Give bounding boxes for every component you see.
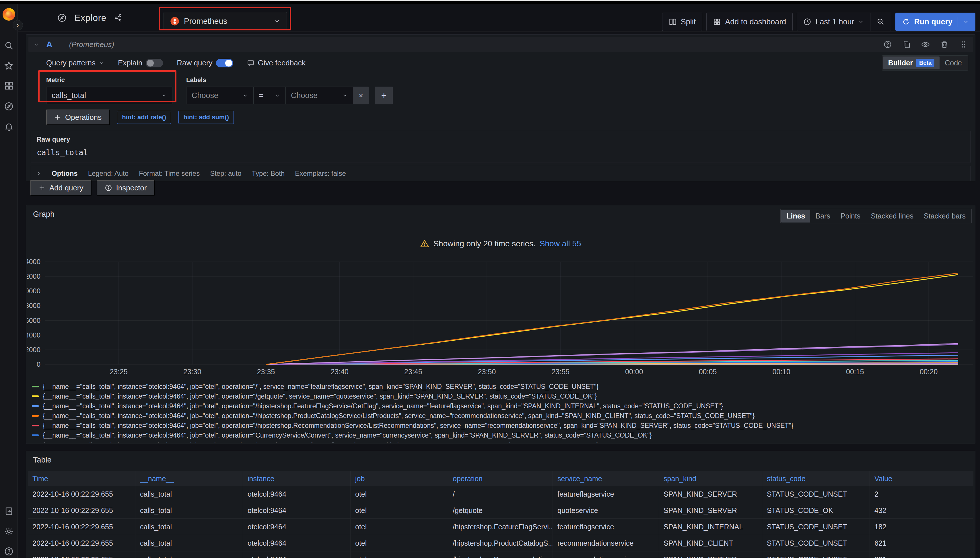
split-button[interactable]: Split	[662, 13, 702, 31]
column-header-span-kind[interactable]: span_kind	[659, 471, 762, 486]
code-mode-button[interactable]: Code	[939, 56, 967, 69]
explain-toggle[interactable]	[146, 59, 163, 67]
table-cell: calls_total	[135, 551, 243, 558]
metric-select[interactable]: calls_total	[46, 87, 173, 104]
table-cell: otel	[350, 519, 448, 535]
help-circle-icon[interactable]	[883, 40, 892, 49]
warning-triangle-icon	[420, 239, 429, 248]
table-cell: quoteservice	[553, 502, 659, 519]
remove-query-trash-icon[interactable]	[940, 40, 949, 49]
options-summary-row[interactable]: Options Legend: Auto Format: Time series…	[31, 166, 970, 181]
legend-series-color	[32, 425, 39, 427]
top-toolbar: Explore Prometheus Split Add to dashboar…	[0, 4, 980, 31]
label-operator-select[interactable]: =	[253, 87, 286, 104]
column-header-service-name[interactable]: service_name	[553, 471, 659, 486]
builder-mode-button[interactable]: Builder Beta	[883, 56, 939, 69]
legend-item[interactable]: {__name__="calls_total", instance="otelc…	[32, 430, 972, 440]
search-icon[interactable]	[4, 41, 14, 51]
explore-icon[interactable]	[4, 102, 14, 111]
raw-query-expression: calls_total	[37, 148, 965, 157]
run-query-button[interactable]: Run query	[895, 13, 975, 31]
graph-canvas[interactable]: 0200040006000800010000120001400023:2523:…	[27, 258, 974, 376]
collapse-chevron-icon[interactable]	[34, 41, 39, 47]
table-cell: 2022-10-16 00:22:29.655	[28, 502, 135, 519]
table-row: 2022-10-16 00:22:29.655calls_totalotelco…	[28, 551, 973, 558]
column-header-operation[interactable]: operation	[448, 471, 553, 486]
add-label-filter-button[interactable]: +	[375, 87, 393, 104]
table-cell: /getquote	[448, 502, 553, 519]
chevron-down-icon	[161, 93, 167, 98]
give-feedback-link[interactable]: Give feedback	[247, 59, 306, 67]
options-format: Format: Time series	[139, 169, 200, 177]
table-cell: /	[448, 486, 553, 502]
column-header-job[interactable]: job	[350, 471, 448, 486]
chevron-down-icon[interactable]	[963, 19, 969, 25]
label-value-select[interactable]: Choose	[286, 87, 353, 104]
add-operation-button[interactable]: Operations	[46, 110, 110, 125]
raw-query-toggle[interactable]	[216, 59, 233, 67]
plus-icon	[38, 184, 45, 191]
settings-gear-icon[interactable]	[4, 527, 14, 536]
legend-item[interactable]: {__name__="calls_total", instance="otelc…	[32, 421, 972, 430]
legend-item-partial[interactable]: {__name__="calls_total", instance="otelc…	[32, 440, 972, 442]
expand-sidebar-button[interactable]: ›	[13, 20, 23, 30]
column-header-instance[interactable]: instance	[243, 471, 350, 486]
table-cell: calls_total	[135, 535, 243, 551]
table-cell: recommendationservice	[553, 535, 659, 551]
svg-text:14000: 14000	[27, 258, 41, 266]
drag-handle-icon[interactable]	[959, 40, 968, 49]
raw-query-preview-label: Raw query	[37, 136, 965, 143]
graph-mode-bars[interactable]: Bars	[810, 210, 835, 223]
column-header-value[interactable]: Value	[870, 471, 973, 486]
table-cell: STATUS_CODE_OK	[762, 502, 870, 519]
table-cell: otel	[350, 551, 448, 558]
column-header-status-code[interactable]: status_code	[762, 471, 870, 486]
table-cell: /hipstershop.ProductCatalogS...	[448, 535, 553, 551]
column-header---name--[interactable]: __name__	[135, 471, 243, 486]
raw-query-toggle-item: Raw query	[177, 59, 233, 67]
datasource-picker[interactable]: Prometheus	[163, 12, 287, 30]
starred-icon[interactable]	[4, 61, 14, 71]
share-icon[interactable]	[114, 13, 123, 22]
grafana-logo[interactable]	[3, 8, 15, 21]
clock-icon	[803, 18, 811, 26]
zoom-out-button[interactable]	[870, 13, 891, 31]
time-range-button[interactable]: Last 1 hour	[797, 13, 870, 31]
column-header-time[interactable]: Time	[28, 471, 135, 486]
legend-item[interactable]: {__name__="calls_total", instance="otelc…	[32, 401, 972, 411]
add-to-dashboard-button[interactable]: Add to dashboard	[706, 13, 793, 31]
graph-mode-group: LinesBarsPointsStacked linesStacked bars	[780, 209, 972, 223]
query-patterns-dropdown[interactable]: Query patterns	[46, 59, 104, 67]
add-query-button[interactable]: Add query	[30, 180, 92, 195]
dashboards-icon[interactable]	[4, 81, 14, 90]
chevron-down-icon	[99, 61, 104, 66]
sign-in-icon[interactable]	[4, 506, 14, 516]
table-cell: STATUS_CODE_UNSET	[762, 551, 870, 558]
table-cell: 621	[870, 551, 973, 558]
label-key-select[interactable]: Choose	[186, 87, 253, 104]
graph-mode-stacked-bars[interactable]: Stacked bars	[919, 210, 971, 223]
legend-series-color	[32, 396, 39, 397]
table-cell: SPAN_KIND_INTERNAL	[659, 519, 762, 535]
inspector-button[interactable]: Inspector	[97, 180, 155, 195]
graph-mode-points[interactable]: Points	[835, 210, 865, 223]
legend-item[interactable]: {__name__="calls_total", instance="otelc…	[32, 391, 972, 401]
hide-response-eye-icon[interactable]	[921, 40, 930, 49]
show-all-series-link[interactable]: Show all 55	[539, 239, 581, 248]
svg-text:10000: 10000	[27, 287, 41, 295]
legend-item[interactable]: {__name__="calls_total", instance="otelc…	[32, 411, 972, 421]
table-cell: 2	[870, 486, 973, 502]
hint-add-sum-button[interactable]: hint: add sum()	[178, 111, 234, 124]
labels-label: Labels	[186, 76, 393, 84]
legend-item[interactable]: {__name__="calls_total", instance="otelc…	[32, 382, 972, 391]
graph-mode-stacked-lines[interactable]: Stacked lines	[865, 210, 919, 223]
hint-add-rate-button[interactable]: hint: add rate()	[117, 111, 171, 124]
graph-mode-lines[interactable]: Lines	[781, 210, 810, 223]
help-icon[interactable]	[4, 547, 14, 556]
table-cell: SPAN_KIND_SERVER	[659, 502, 762, 519]
table-cell: 182	[870, 519, 973, 535]
alerting-icon[interactable]	[4, 122, 14, 132]
duplicate-icon[interactable]	[902, 40, 911, 49]
query-row-header[interactable]: A (Prometheus)	[28, 37, 973, 52]
remove-label-filter-button[interactable]: ×	[353, 87, 368, 104]
